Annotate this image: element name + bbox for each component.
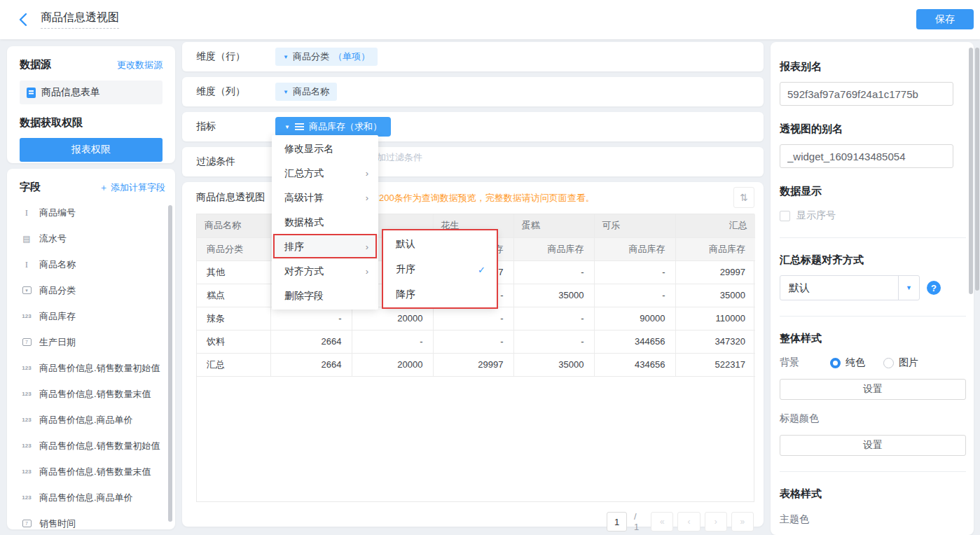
field-item[interactable]: I商品名称 bbox=[20, 251, 165, 277]
report-alias-input[interactable] bbox=[780, 82, 953, 106]
settings-panel: 报表别名 透视图的别名 数据显示 显示序号 汇总标题对齐方式 默认 ▼ ? 整体… bbox=[771, 42, 974, 535]
last-page-icon[interactable]: » bbox=[731, 512, 754, 531]
menu-item-align[interactable]: 对齐方式› bbox=[272, 259, 378, 284]
add-calc-field-link[interactable]: ＋ 添加计算字段 bbox=[99, 181, 165, 194]
text-field-icon: I bbox=[20, 207, 34, 218]
filter-row[interactable]: 过滤条件 bbox=[182, 147, 764, 176]
menu-item-sort[interactable]: 排序› bbox=[272, 235, 378, 259]
field-item[interactable]: ▾商品分类 bbox=[20, 277, 165, 303]
field-list: I商品编号 ▤流水号 I商品名称 ▾商品分类 123商品库存 7生产日期 123… bbox=[20, 200, 165, 535]
background-set-button[interactable]: 设置 bbox=[780, 379, 966, 400]
field-item[interactable]: 123商品售价信息.销售数量初始值 bbox=[20, 355, 165, 381]
widget-alias-input[interactable] bbox=[780, 144, 953, 168]
number-field-icon: 123 bbox=[20, 468, 34, 475]
divider bbox=[780, 237, 966, 238]
show-index-checkbox-row[interactable]: 显示序号 bbox=[780, 209, 957, 222]
datasource-panel: 数据源 更改数据源 商品信息表单 数据获取权限 报表权限 bbox=[7, 46, 175, 163]
menu-item-advanced-calc[interactable]: 高级计算› bbox=[272, 186, 378, 210]
submenu-item-ascending[interactable]: 升序✓ bbox=[383, 257, 497, 282]
image-label: 图片 bbox=[899, 356, 918, 369]
change-datasource-link[interactable]: 更改数据源 bbox=[117, 59, 163, 71]
page-scrollbar[interactable] bbox=[975, 48, 979, 291]
chevron-right-icon: › bbox=[366, 266, 368, 277]
next-page-icon[interactable]: › bbox=[705, 512, 727, 531]
radio-image[interactable] bbox=[883, 358, 894, 368]
report-permission-button[interactable]: 报表权限 bbox=[20, 138, 163, 162]
help-icon[interactable]: ? bbox=[927, 281, 941, 295]
field-item[interactable]: I商品编号 bbox=[20, 200, 165, 225]
pagination: / 1 « ‹ › » bbox=[607, 511, 754, 532]
chevron-right-icon: › bbox=[366, 168, 368, 179]
preview-notice: 前200条作为查询数据预览，完整数据请访问页面查看。 bbox=[370, 192, 595, 204]
number-field-icon: 123 bbox=[20, 417, 34, 423]
datasource-item-label: 商品信息表单 bbox=[41, 86, 100, 99]
fields-title: 字段 bbox=[20, 181, 41, 194]
chevron-right-icon: › bbox=[366, 193, 368, 203]
data-display-label: 数据显示 bbox=[780, 185, 957, 198]
number-field-icon: 123 bbox=[20, 313, 34, 319]
data-permission-title: 数据获取权限 bbox=[20, 116, 163, 130]
caret-down-icon: ▼ bbox=[284, 124, 290, 130]
prev-page-icon[interactable]: ‹ bbox=[677, 512, 700, 531]
theme-color-label: 主题色 bbox=[780, 513, 957, 526]
save-button[interactable]: 保存 bbox=[916, 9, 974, 29]
field-item[interactable]: 123商品售价信息.销售数量末值 bbox=[20, 459, 165, 485]
form-document-icon bbox=[27, 88, 36, 98]
serial-number-icon: ▤ bbox=[20, 234, 34, 244]
submenu-item-descending[interactable]: 降序 bbox=[383, 282, 497, 307]
report-alias-label: 报表别名 bbox=[780, 60, 957, 74]
field-item[interactable]: 7生产日期 bbox=[20, 329, 165, 355]
datasource-item[interactable]: 商品信息表单 bbox=[20, 81, 163, 104]
field-item[interactable]: 123商品售价信息.销售数量初始值 bbox=[20, 433, 165, 459]
divider bbox=[780, 471, 966, 472]
field-item[interactable]: ▤流水号 bbox=[20, 225, 165, 251]
preview-title: 商品信息透视图 bbox=[196, 191, 265, 204]
background-label: 背景 bbox=[780, 356, 830, 369]
table-row: 辣条-20000--90000110000 bbox=[197, 307, 755, 330]
checkbox-icon[interactable] bbox=[780, 211, 790, 221]
topbar: 商品信息透视图 保存 bbox=[0, 0, 980, 39]
menu-item-data-format[interactable]: 数据格式 bbox=[272, 210, 378, 235]
row-dimension-label: 维度（行） bbox=[196, 50, 275, 63]
page-title[interactable]: 商品信息透视图 bbox=[41, 11, 119, 29]
col-dimension-label: 维度（列） bbox=[196, 85, 275, 98]
menu-item-rename[interactable]: 修改显示名 bbox=[272, 137, 378, 161]
row-dimension-tag[interactable]: ▼ 商品分类（单项） bbox=[275, 48, 378, 66]
datasource-title: 数据源 bbox=[20, 58, 51, 71]
page-number-input[interactable] bbox=[607, 512, 627, 531]
metric-label: 指标 bbox=[196, 120, 275, 133]
number-field-icon: 123 bbox=[20, 494, 34, 501]
caret-down-icon: ▼ bbox=[898, 276, 919, 300]
table-sort-icon[interactable]: ⇅ bbox=[733, 187, 754, 208]
field-item[interactable]: 123商品库存 bbox=[20, 303, 165, 329]
summary-align-label: 汇总标题对齐方式 bbox=[780, 253, 957, 267]
summary-align-select[interactable]: 默认 ▼ bbox=[780, 275, 920, 300]
back-icon[interactable] bbox=[18, 12, 32, 27]
filter-label: 过滤条件 bbox=[196, 155, 275, 168]
metric-tag[interactable]: ▼ 商品库存（求和） bbox=[275, 117, 391, 137]
number-field-icon: 123 bbox=[20, 443, 34, 449]
title-color-set-button[interactable]: 设置 bbox=[780, 435, 966, 456]
first-page-icon[interactable]: « bbox=[651, 512, 673, 531]
field-item[interactable]: 7销售时间 bbox=[20, 510, 165, 535]
menu-item-delete-field[interactable]: 删除字段 bbox=[272, 284, 378, 308]
submenu-item-default[interactable]: 默认 bbox=[383, 232, 497, 257]
widget-alias-label: 透视图的别名 bbox=[780, 123, 957, 136]
solid-color-label: 纯色 bbox=[846, 356, 865, 369]
fields-scrollbar[interactable] bbox=[168, 205, 172, 522]
field-item[interactable]: 123商品售价信息.商品单价 bbox=[20, 485, 165, 510]
caret-down-icon: ▼ bbox=[283, 54, 289, 60]
settings-scrollbar[interactable] bbox=[969, 48, 973, 294]
checkmark-icon: ✓ bbox=[478, 265, 485, 275]
number-field-icon: 123 bbox=[20, 391, 34, 397]
field-item[interactable]: 123商品售价信息.商品单价 bbox=[20, 407, 165, 433]
menu-item-summary-method[interactable]: 汇总方式› bbox=[272, 161, 378, 186]
chevron-right-icon: › bbox=[366, 242, 368, 252]
divider bbox=[780, 316, 966, 317]
caret-down-icon: ▼ bbox=[283, 89, 289, 95]
col-dimension-tag[interactable]: ▼ 商品名称 bbox=[275, 83, 337, 101]
summary-align-value: 默认 bbox=[780, 282, 898, 295]
radio-solid-color[interactable] bbox=[830, 358, 841, 368]
col-dimension-row: 维度（列） ▼ 商品名称 bbox=[182, 77, 764, 106]
field-item[interactable]: 123商品售价信息.销售数量末值 bbox=[20, 381, 165, 407]
